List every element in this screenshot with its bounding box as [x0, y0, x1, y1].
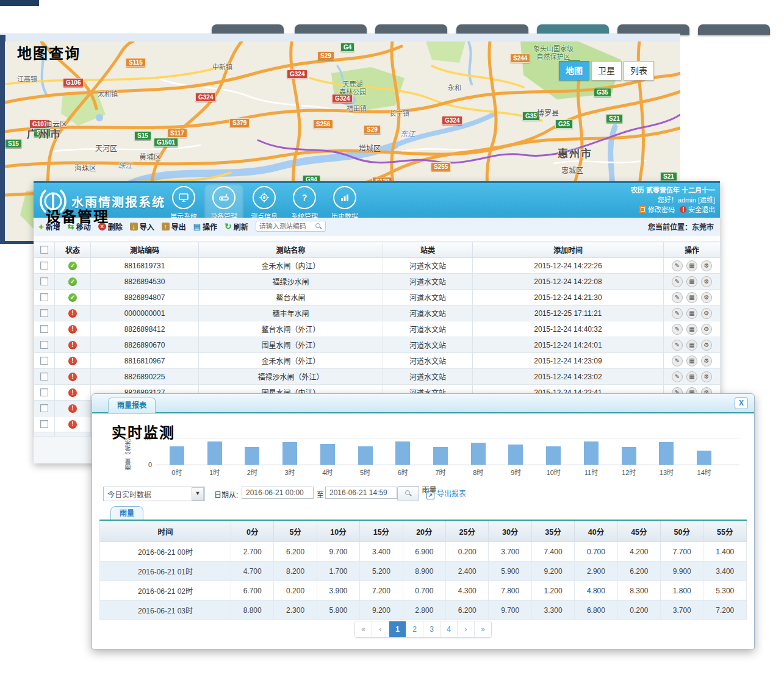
- app-header: 水雨情测报系统 展示系统 设备管理: [34, 181, 720, 218]
- toolbar-button-label: 操作: [203, 221, 217, 232]
- select-all-checkbox[interactable]: [40, 246, 48, 254]
- cell-value: 5.300: [703, 581, 747, 601]
- gear-icon[interactable]: ⚙: [701, 276, 712, 287]
- delete-icon[interactable]: ▦: [686, 340, 697, 351]
- row-checkbox[interactable]: [40, 277, 48, 285]
- gear-icon[interactable]: ⚙: [701, 260, 712, 271]
- page-number-button[interactable]: 4: [441, 621, 458, 637]
- change-password-link[interactable]: 修改密码: [648, 206, 675, 213]
- current-location: 您当前位置：东莞市: [648, 221, 714, 232]
- row-checkbox[interactable]: [40, 388, 48, 396]
- cell-code: 8826890670: [91, 337, 199, 353]
- cell-value: 0.200: [446, 542, 489, 562]
- edit-icon[interactable]: ✎: [672, 308, 683, 319]
- toolbar-button-act[interactable]: ▤操作: [193, 221, 217, 232]
- page-nav-button[interactable]: «: [355, 621, 372, 637]
- x-tick-label: 0时: [158, 467, 196, 477]
- nav-item-display-system[interactable]: 展示系统: [164, 184, 203, 222]
- cell-name: 鳌台水闸: [199, 290, 383, 305]
- cell-ops: ✎▦⚙: [664, 369, 721, 385]
- nav-item-system-management[interactable]: ? 系统管理: [285, 184, 324, 222]
- cell-code: 8826890225: [91, 369, 199, 385]
- col-minute-header: 25分: [446, 520, 489, 542]
- edit-icon[interactable]: ✎: [672, 371, 683, 382]
- gear-icon[interactable]: ⚙: [701, 371, 712, 382]
- cell-value: 3.300: [531, 601, 574, 620]
- nav-item-device-management[interactable]: 设备管理: [204, 184, 243, 222]
- nav-item-history-data[interactable]: 历史数据: [325, 184, 364, 222]
- delete-icon[interactable]: ▦: [686, 324, 697, 335]
- date-to-input[interactable]: [325, 487, 397, 499]
- delete-icon[interactable]: ▦: [686, 308, 697, 319]
- cell-time: 2015-12-24 14:40:32: [473, 321, 664, 337]
- road-badge: S21: [660, 172, 677, 181]
- cell-checkbox: [34, 416, 55, 432]
- col-minute-header: 40分: [575, 520, 617, 542]
- gear-icon[interactable]: ⚙: [701, 356, 712, 366]
- cell-value: 0.200: [274, 581, 317, 601]
- map-type-list-button[interactable]: 列表: [624, 61, 654, 80]
- delete-icon[interactable]: ▦: [686, 292, 697, 303]
- row-checkbox[interactable]: [40, 309, 48, 317]
- tab-rain[interactable]: 雨量: [110, 506, 143, 521]
- page-nav-button[interactable]: »: [475, 621, 491, 637]
- page-number-button[interactable]: 3: [423, 621, 441, 637]
- gear-icon[interactable]: ⚙: [701, 324, 712, 335]
- edit-icon[interactable]: ✎: [672, 340, 683, 351]
- status-error-icon: !: [68, 357, 77, 365]
- x-tick-label: 13时: [648, 467, 686, 477]
- map-type-satellite-button[interactable]: 卫星: [591, 61, 622, 80]
- date-from-input[interactable]: [242, 487, 314, 499]
- gear-icon[interactable]: ⚙: [701, 292, 712, 303]
- delete-icon[interactable]: ▦: [686, 356, 697, 366]
- page-nav-button[interactable]: ›: [458, 621, 475, 637]
- logout-link[interactable]: 安全退出: [688, 206, 715, 213]
- toolbar-button-ref[interactable]: ↻刷新: [225, 221, 248, 232]
- toolbar-button-imp[interactable]: ↓导入: [130, 221, 154, 232]
- edit-icon[interactable]: ✎: [672, 324, 683, 335]
- cell-type: 河道水文站: [383, 290, 473, 305]
- gear-icon[interactable]: ⚙: [701, 308, 712, 319]
- x-tick-label: 8时: [459, 467, 497, 477]
- map-place-label: 黄埔区: [139, 154, 161, 162]
- col-minute-header: 50分: [661, 520, 703, 542]
- map-place-label: 惠城区: [561, 167, 583, 175]
- cell-code: 8826898412: [91, 321, 199, 337]
- tab-rain-report[interactable]: 雨量报表: [108, 398, 156, 413]
- edit-icon[interactable]: ✎: [672, 292, 683, 303]
- row-checkbox[interactable]: [40, 325, 48, 333]
- row-checkbox[interactable]: [40, 404, 48, 412]
- delete-icon[interactable]: ▦: [686, 371, 697, 382]
- report-filter-bar: 今日实时数据 ▼ 日期从: 至 ↗导出报表: [92, 485, 754, 504]
- page-number-button[interactable]: 2: [406, 621, 423, 637]
- delete-icon[interactable]: ▦: [686, 260, 697, 271]
- cell-value: 6.900: [403, 542, 445, 562]
- map-place-label: 福田镇: [347, 105, 367, 113]
- edit-icon[interactable]: ✎: [672, 356, 683, 366]
- toolbar-button-exp[interactable]: ↑导出: [162, 221, 186, 232]
- gear-icon[interactable]: ⚙: [701, 340, 712, 351]
- row-checkbox[interactable]: [40, 262, 48, 270]
- preset-select[interactable]: 今日实时数据 ▼: [103, 487, 205, 501]
- row-checkbox[interactable]: [40, 373, 48, 381]
- cell-checkbox: [34, 258, 55, 274]
- nav-item-point-info[interactable]: 测点信息: [245, 184, 284, 222]
- close-icon[interactable]: X: [735, 397, 748, 409]
- bar: [207, 441, 222, 465]
- delete-icon[interactable]: ▦: [686, 276, 697, 287]
- row-checkbox[interactable]: [40, 341, 48, 349]
- page-nav-button[interactable]: ‹: [372, 621, 389, 637]
- page-number-button[interactable]: 1: [389, 621, 406, 637]
- map-type-map-button[interactable]: 地图: [559, 61, 589, 80]
- row-checkbox[interactable]: [40, 357, 48, 365]
- cell-code: 8816819731: [91, 258, 199, 274]
- status-error-icon: !: [68, 404, 77, 413]
- target-icon: [253, 186, 276, 209]
- export-report-link[interactable]: ↗导出报表: [426, 488, 466, 499]
- row-checkbox[interactable]: [40, 293, 48, 301]
- row-checkbox[interactable]: [40, 420, 48, 428]
- search-button[interactable]: [397, 486, 419, 501]
- edit-icon[interactable]: ✎: [672, 260, 683, 271]
- road-badge: S15: [134, 131, 151, 140]
- edit-icon[interactable]: ✎: [672, 276, 683, 287]
